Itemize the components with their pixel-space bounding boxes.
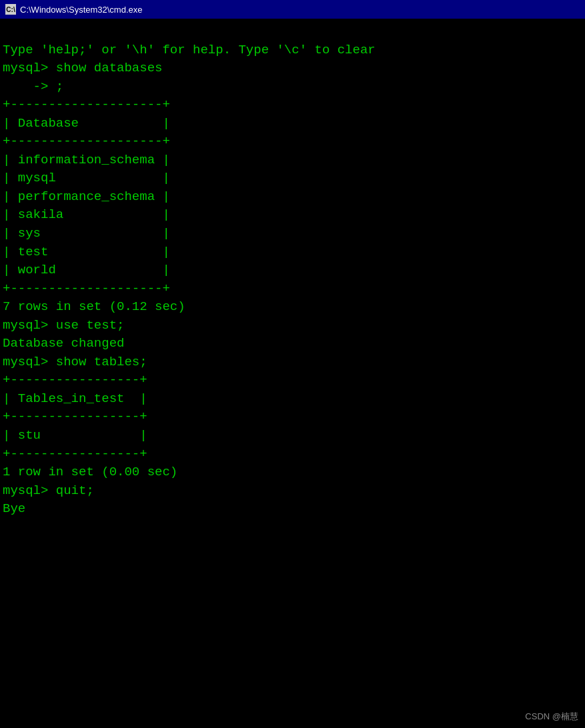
terminal-line: | sys | — [3, 225, 582, 243]
terminal-line: | world | — [3, 261, 582, 280]
terminal-line: +-----------------+ — [3, 445, 582, 464]
terminal-line: +-----------------+ — [3, 408, 582, 427]
terminal-line: +--------------------+ — [3, 280, 582, 299]
terminal-line: +--------------------+ — [3, 133, 582, 151]
title-bar: C:\ C:\Windows\System32\cmd.exe — [0, 0, 585, 19]
terminal-line: +--------------------+ — [3, 96, 582, 115]
watermark: CSDN @楠慧 — [525, 711, 578, 723]
terminal-line: mysql> use test; — [3, 317, 582, 335]
terminal-line: Database changed — [3, 335, 582, 353]
terminal-line: mysql> show databases — [3, 59, 582, 78]
title-bar-icon: C:\ — [5, 4, 16, 15]
terminal-line: -> ; — [3, 78, 582, 97]
terminal-line: | stu | — [3, 427, 582, 445]
title-bar-title: C:\Windows\System32\cmd.exe — [20, 5, 143, 15]
terminal-line: Bye — [3, 500, 582, 519]
terminal-line: | sakila | — [3, 206, 582, 225]
terminal-line: | Tables_in_test | — [3, 390, 582, 409]
terminal-line: | test | — [3, 243, 582, 262]
terminal-body: Type 'help;' or '\h' for help. Type '\c'… — [0, 19, 585, 728]
terminal-line: | mysql | — [3, 169, 582, 188]
terminal-line: mysql> quit; — [3, 482, 582, 501]
terminal-line: | Database | — [3, 115, 582, 133]
terminal-line: 7 rows in set (0.12 sec) — [3, 298, 582, 317]
terminal-line: 1 row in set (0.00 sec) — [3, 463, 582, 482]
terminal-line: | performance_schema | — [3, 188, 582, 207]
terminal-line: | information_schema | — [3, 151, 582, 170]
terminal-line: Type 'help;' or '\h' for help. Type '\c'… — [3, 41, 582, 60]
terminal-line: mysql> show tables; — [3, 353, 582, 372]
terminal-line: +-----------------+ — [3, 371, 582, 390]
